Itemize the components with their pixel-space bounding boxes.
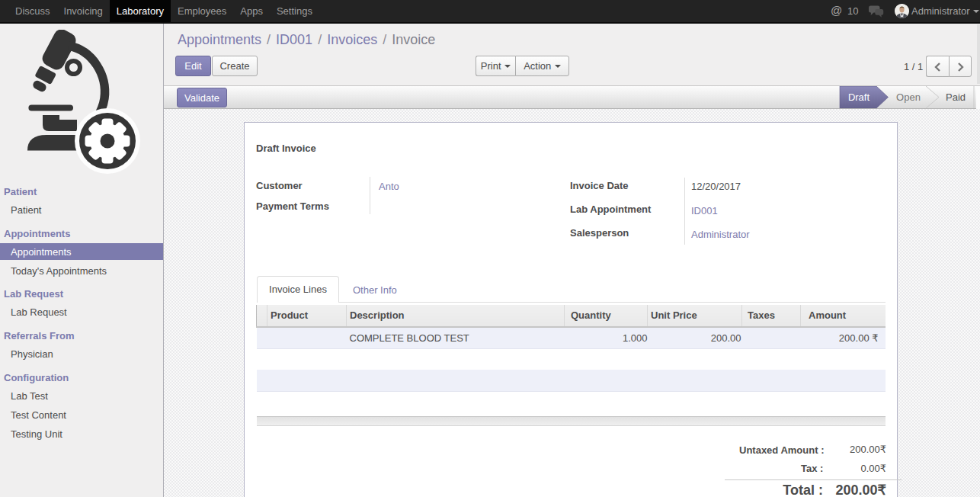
svg-text:Draft: Draft	[848, 91, 870, 103]
svg-text:Paid: Paid	[946, 91, 966, 103]
svg-text:Open: Open	[896, 91, 921, 103]
